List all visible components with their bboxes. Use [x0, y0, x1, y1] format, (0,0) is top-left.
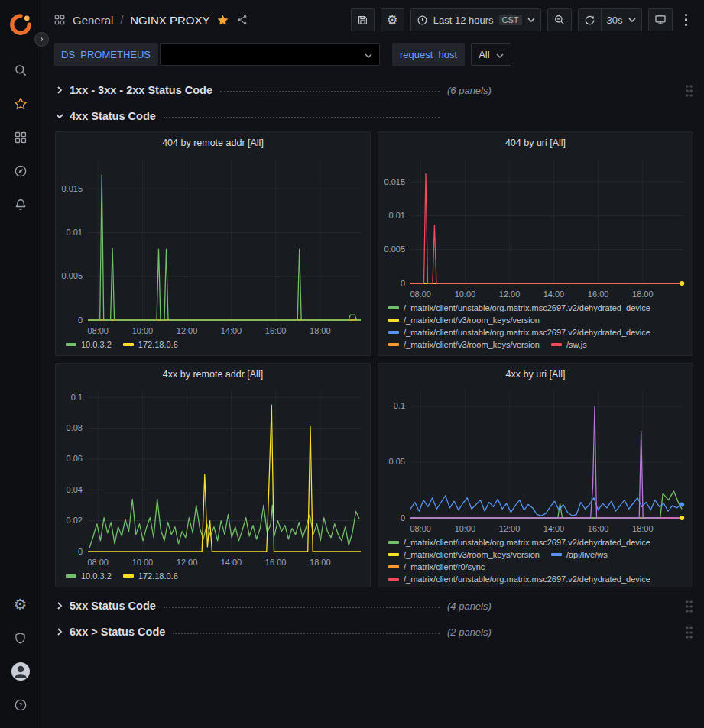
- timeseries-chart[interactable]: 08:0010:0012:0014:0016:0018:0000.020.040…: [56, 384, 370, 570]
- legend-item[interactable]: 10.0.3.2: [66, 571, 112, 581]
- sidebar-item-search[interactable]: [5, 53, 36, 87]
- svg-text:18:00: 18:00: [632, 524, 654, 533]
- row-header-4xx[interactable]: 4xx Status Code: [55, 105, 693, 127]
- sidebar-item-alerting[interactable]: [5, 188, 36, 222]
- legend-item[interactable]: /_matrix/client/unstable/org.matrix.msc2…: [388, 303, 650, 312]
- variable-value-dropdown[interactable]: All: [471, 43, 511, 66]
- more-options-kebab-icon[interactable]: [679, 14, 694, 27]
- svg-text:10:00: 10:00: [455, 290, 476, 299]
- row-title: 4xx Status Code: [70, 110, 156, 122]
- variable-value-dropdown[interactable]: [160, 43, 380, 66]
- svg-text:0.05: 0.05: [389, 457, 405, 466]
- legend-item[interactable]: 10.0.3.2: [66, 340, 112, 349]
- apps-grid-icon[interactable]: [54, 14, 66, 26]
- panel-4xx-by-uri: 4xx by uri [All] 08:0010:0012:0014:0016:…: [378, 363, 693, 587]
- series-swatch: [388, 306, 399, 309]
- star-icon: [14, 97, 28, 111]
- row-drag-handle[interactable]: [685, 84, 693, 97]
- refresh-interval-dropdown[interactable]: 30s: [602, 8, 642, 31]
- sidebar-item-profile[interactable]: [5, 655, 36, 688]
- chevron-down-icon: [628, 18, 636, 22]
- panel-legend: /_matrix/client/unstable/org.matrix.msc2…: [378, 302, 693, 355]
- grafana-logo[interactable]: [5, 8, 36, 41]
- dashboard-settings-button[interactable]: ⚙: [381, 8, 404, 31]
- timeseries-chart[interactable]: 08:0010:0012:0014:0016:0018:0000.0050.01…: [56, 153, 370, 338]
- avatar: [11, 662, 31, 681]
- row-header-5xx[interactable]: 5xx Status Code (4 panels): [55, 595, 693, 616]
- legend-label: /_matrix/client/v3/room_keys/version: [404, 340, 540, 349]
- series-swatch: [66, 574, 76, 578]
- legend-label: /_matrix/client/unstable/org.matrix.msc2…: [404, 538, 650, 547]
- row-drag-handle[interactable]: [685, 600, 693, 613]
- legend-item[interactable]: /_matrix/client/v3/room_keys/version: [388, 340, 540, 349]
- row-header-6xx[interactable]: 6xx > Status Code (2 panels): [55, 621, 693, 642]
- refresh-button[interactable]: [578, 8, 602, 31]
- sidebar-item-dashboards[interactable]: [5, 121, 36, 154]
- svg-text:18:00: 18:00: [310, 326, 331, 335]
- grafana-logo-icon: [9, 13, 32, 36]
- svg-text:0.015: 0.015: [61, 184, 83, 193]
- favorite-star-icon[interactable]: [216, 14, 229, 27]
- search-icon: [14, 63, 28, 77]
- row-header-1xx-3xx-2xx[interactable]: 1xx - 3xx - 2xx Status Code (6 panels): [55, 79, 693, 101]
- legend-item[interactable]: /_matrix/client/unstable/org.matrix.msc2…: [388, 538, 650, 547]
- sidebar-item-configuration[interactable]: ⚙: [5, 587, 36, 621]
- series-swatch: [388, 553, 399, 556]
- svg-text:14:00: 14:00: [543, 290, 565, 299]
- main-area: General / NGINX PROXY ⚙ Last 12 hour: [41, 0, 704, 728]
- refresh-icon: [584, 15, 595, 26]
- sidebar-expand-button[interactable]: ›: [34, 32, 49, 47]
- sidebar-item-help[interactable]: ?: [5, 688, 36, 722]
- legend-item[interactable]: /_matrix/client/v3/room_keys/version: [388, 550, 540, 559]
- svg-text:14:00: 14:00: [221, 326, 242, 335]
- svg-text:0.08: 0.08: [67, 423, 83, 432]
- monitor-icon: [654, 14, 667, 26]
- zoom-out-time-button[interactable]: [547, 8, 572, 31]
- panel-title[interactable]: 404 by remote addr [All]: [56, 132, 370, 153]
- row-drag-handle[interactable]: [685, 626, 693, 639]
- panel-title[interactable]: 4xx by remote addr [All]: [56, 364, 370, 384]
- save-dashboard-button[interactable]: [351, 8, 375, 31]
- series-swatch: [388, 319, 399, 322]
- panel-grid: 404 by remote addr [All] 08:0010:0012:00…: [55, 131, 693, 587]
- legend-item[interactable]: 172.18.0.6: [123, 571, 178, 581]
- chevron-down-icon: [55, 112, 64, 121]
- legend-item[interactable]: /_matrix/client/unstable/org.matrix.msc2…: [388, 574, 650, 584]
- legend-label: /_matrix/client/v3/room_keys/version: [404, 315, 540, 325]
- svg-text:0.04: 0.04: [67, 485, 83, 494]
- variable-request-host: request_host All: [392, 43, 511, 66]
- row-title: 5xx Status Code: [70, 600, 156, 612]
- time-range-picker[interactable]: Last 12 hours CST: [410, 8, 541, 31]
- panel-legend: /_matrix/client/unstable/org.matrix.msc2…: [378, 536, 693, 587]
- share-icon[interactable]: [236, 14, 248, 26]
- legend-item[interactable]: /_matrix/client/r0/sync: [388, 562, 485, 571]
- panel-4xx-by-remote-addr: 4xx by remote addr [All] 08:0010:0012:00…: [55, 363, 371, 587]
- timeseries-chart[interactable]: 08:0010:0012:0014:0016:0018:0000.0050.01…: [378, 153, 693, 302]
- svg-text:12:00: 12:00: [177, 558, 198, 567]
- sidebar-item-server-admin[interactable]: [5, 621, 36, 655]
- chevron-down-icon: [496, 49, 504, 60]
- legend-item[interactable]: /api/live/ws: [551, 550, 608, 559]
- panel-legend: 10.0.3.2 172.18.0.6: [56, 338, 370, 355]
- legend-item[interactable]: /_matrix/client/v3/room_keys/version: [388, 315, 540, 325]
- tv-mode-button[interactable]: [648, 8, 673, 31]
- panel-title[interactable]: 404 by uri [All]: [378, 132, 693, 153]
- timeseries-chart[interactable]: 08:0010:0012:0014:0016:0018:0000.050.1: [378, 384, 693, 536]
- variables-bar: DS_PROMETHEUS request_host All: [41, 40, 704, 75]
- legend-item[interactable]: /sw.js: [551, 340, 587, 349]
- panel-title[interactable]: 4xx by uri [All]: [378, 364, 693, 384]
- legend-label: /_matrix/client/unstable/org.matrix.msc2…: [404, 303, 650, 312]
- legend-item[interactable]: 172.18.0.6: [123, 340, 178, 349]
- svg-text:14:00: 14:00: [543, 524, 565, 533]
- breadcrumb-section[interactable]: General: [73, 14, 113, 27]
- breadcrumb-dashboard-title[interactable]: NGINX PROXY: [130, 14, 209, 27]
- sidebar-item-starred[interactable]: [5, 87, 36, 121]
- svg-text:16:00: 16:00: [588, 290, 609, 299]
- series-swatch: [123, 574, 134, 578]
- row-dotted-leader: [164, 607, 440, 608]
- legend-item[interactable]: /_matrix/client/unstable/org.matrix.msc2…: [388, 328, 650, 337]
- sidebar-item-explore[interactable]: [5, 154, 36, 188]
- legend-label: /_matrix/client/unstable/org.matrix.msc2…: [404, 328, 650, 337]
- legend-label: /_matrix/client/v3/room_keys/version: [404, 550, 540, 559]
- row-panel-count: (2 panels): [447, 626, 492, 638]
